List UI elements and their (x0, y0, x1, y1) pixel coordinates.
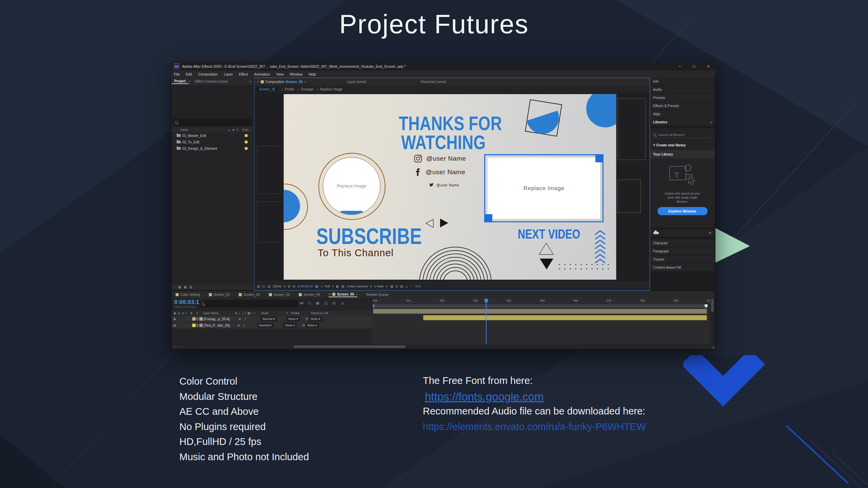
tab-effect-controls[interactable]: Effect Controls (none) (195, 80, 228, 83)
panel-header[interactable]: Effects & Presets (650, 102, 715, 110)
window-titlebar[interactable]: Ae Adobe After Effects 2020 - E:\End Scr… (171, 62, 715, 70)
expand-arrow-icon[interactable]: › (174, 134, 175, 137)
tab-screen-02[interactable]: Screen_02 (239, 293, 260, 297)
work-area-start[interactable] (373, 304, 374, 308)
tab-screen-03[interactable]: Screen_03 (269, 293, 290, 297)
tab-screen-04[interactable]: Screen_04 (299, 293, 320, 297)
tab-color-setting[interactable]: Color Setting (176, 293, 200, 297)
layer-bar-2[interactable] (423, 315, 707, 320)
label-color-swatch[interactable] (245, 141, 248, 143)
blend-mode-select[interactable]: Normal ▾ (260, 317, 277, 321)
layer-name[interactable]: [Footag...p_05 A] (204, 317, 230, 321)
panel-menu-icon[interactable]: ≡ (189, 80, 190, 83)
menu-item[interactable]: Composition (195, 72, 221, 76)
shy-icon[interactable]: ⊕ (237, 324, 240, 327)
blend-mode-select[interactable]: Normal ▾ (257, 323, 274, 328)
panel-header[interactable]: Paragraph (650, 247, 715, 256)
video-placeholder-frame[interactable]: Replace Image (484, 154, 604, 222)
quality-icon[interactable]: ╱ (243, 324, 245, 327)
region-icon[interactable]: ◧ (336, 285, 339, 288)
menu-item[interactable]: Effect (236, 72, 251, 76)
maximize-button[interactable]: □ (687, 62, 701, 70)
project-folder-row[interactable]: › 02_To_Edit ‐ (172, 139, 253, 145)
label-color-swatch[interactable] (245, 147, 248, 150)
panel-header[interactable]: Content-Aware Fill (650, 264, 715, 272)
expand-arrow-icon[interactable]: › (174, 141, 175, 144)
explore-libraries-button[interactable]: Explore libraries (657, 207, 708, 215)
audio-link[interactable]: https://elements.envato.com/ru/a-funky-P… (423, 420, 646, 433)
comp-mini-flowchart-icon[interactable]: ⋈ (300, 301, 303, 305)
eye-icon[interactable]: ◉ (173, 324, 176, 327)
layer-color-swatch[interactable] (192, 317, 196, 321)
trkmat-select[interactable]: None ▾ (286, 317, 300, 321)
roi-icon[interactable]: ⊞ (288, 285, 290, 288)
layer-row-1[interactable]: ◉ › 5 [Footag...p_05 A] ⊕ ╱ Normal ▾ Non… (172, 316, 372, 322)
frame-blending-icon[interactable]: ◫ (324, 301, 328, 305)
breadcrumb-item[interactable]: Footage (301, 87, 313, 91)
fast-preview-icon[interactable]: ⊡ (395, 285, 398, 288)
your-library-item[interactable]: Your Library (650, 150, 715, 158)
resolution-select[interactable]: Full (324, 284, 330, 288)
pickwhip-icon[interactable]: @ (302, 324, 305, 327)
project-folder-row[interactable]: › 01_Master_Edit ‐ (172, 133, 253, 139)
tab-screen-05-active[interactable]: × Screen_05 ≡ (329, 292, 357, 297)
magnification-select[interactable]: (59%) (273, 284, 281, 288)
layer-name[interactable]: [Text_P...lder_05] (204, 324, 230, 327)
timeline-timecode[interactable]: 0:00:03:10 (174, 299, 202, 305)
pickwhip-icon[interactable]: @ (305, 317, 309, 321)
tab-screen-01[interactable]: Screen_01 (209, 293, 230, 297)
work-area-bar[interactable] (373, 304, 707, 308)
exposure-value[interactable]: +0.0 (414, 284, 421, 288)
breadcrumb-item[interactable]: Profile (285, 87, 294, 91)
video-placeholder[interactable]: Replace Image (488, 158, 600, 219)
scrollbar-thumb[interactable] (711, 299, 714, 312)
close-tab-icon[interactable]: × (329, 292, 331, 296)
mask-toggle-icon[interactable]: ⊟ (293, 285, 295, 288)
project-bottom-toolbar[interactable]: ▫ ▦ ▣ ▤ (172, 284, 253, 290)
reset-exposure-icon[interactable]: ◔ (410, 285, 412, 288)
layer-bar-1[interactable] (373, 309, 707, 314)
create-library-button[interactable]: + Create new library (653, 143, 686, 147)
shy-icon[interactable]: ⊕ (238, 317, 241, 321)
breadcrumb-item[interactable]: Replace image (320, 87, 342, 91)
transparency-grid-icon[interactable]: ▨ (341, 285, 344, 288)
tab-render-queue[interactable]: Render Queue (366, 293, 389, 297)
timeline-vertical-scrollbar[interactable] (711, 298, 714, 344)
draft3d-icon[interactable]: ◇ (308, 301, 311, 305)
folder-name[interactable]: 02_To_Edit (182, 140, 199, 144)
graph-editor-icon[interactable]: ⊿ (340, 301, 343, 305)
horizontal-scrollbar-thumb[interactable] (294, 345, 406, 348)
tab-flowchart[interactable]: Flowchart (none) (420, 80, 446, 84)
layer-row-2[interactable]: ◉ › 6 [Text_P...lder_05] ⊕ ╱ Normal ▾ No… (172, 322, 372, 329)
viewer-pasteboard[interactable]: THANKS FOR WATCHING @user Name (254, 93, 650, 282)
tab-project[interactable]: Project (172, 79, 189, 84)
panel-menu-icon[interactable]: ≡ (304, 80, 306, 83)
motion-blur-icon[interactable]: ◎ (332, 301, 336, 305)
panel-menu-icon[interactable]: ≡ (710, 121, 712, 124)
layer-color-swatch[interactable] (192, 324, 196, 327)
minimize-button[interactable]: − (673, 62, 687, 70)
parent-select[interactable]: None ▾ (309, 317, 322, 321)
panel-header[interactable]: Tracker (650, 256, 715, 264)
toggle-icon[interactable]: ▫ (177, 345, 178, 348)
playhead-line[interactable] (486, 298, 487, 344)
parent-select[interactable]: None ▾ (305, 323, 319, 328)
folder-name[interactable]: 03_Design_&_Element (182, 147, 217, 150)
tab-overflow-icon[interactable]: » (249, 80, 251, 83)
panel-header[interactable]: Audio (650, 86, 715, 94)
project-search-input[interactable] (173, 119, 252, 126)
toggle-icon[interactable]: ◔ (174, 345, 175, 348)
add-icon[interactable]: + (709, 230, 711, 236)
menu-item[interactable]: Animation (251, 72, 273, 76)
pixel-aspect-icon[interactable]: ◨ (390, 285, 393, 288)
timeline-search-input[interactable] (199, 300, 297, 307)
composition-canvas[interactable]: THANKS FOR WATCHING @user Name (284, 94, 616, 280)
cloud-icon[interactable] (653, 232, 659, 234)
breadcrumb-current[interactable]: Screen_05 (256, 87, 278, 92)
view-layout-select[interactable]: 1 View (374, 284, 383, 288)
trkmat-select[interactable]: None ▾ (283, 323, 297, 328)
panel-header[interactable]: Align (650, 110, 715, 118)
panel-header[interactable]: Preview (650, 94, 715, 102)
current-time[interactable]: 0:00:03:10 (298, 284, 313, 288)
menu-item[interactable]: Layer (221, 72, 236, 76)
